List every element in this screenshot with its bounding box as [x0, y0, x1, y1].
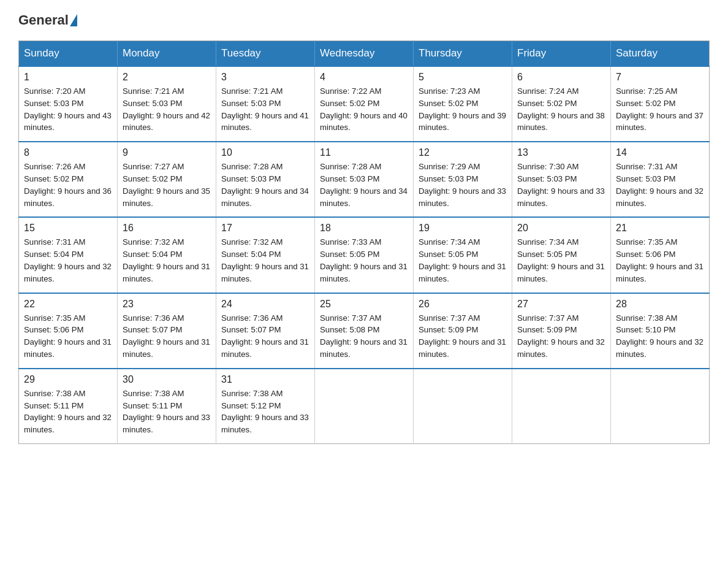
- calendar-cell: [315, 369, 414, 444]
- day-info: Sunrise: 7:37 AMSunset: 5:09 PMDaylight:…: [419, 312, 507, 361]
- day-number: 12: [419, 147, 507, 158]
- calendar-cell: 14Sunrise: 7:31 AMSunset: 5:03 PMDayligh…: [611, 142, 710, 217]
- day-info: Sunrise: 7:28 AMSunset: 5:03 PMDaylight:…: [320, 161, 408, 209]
- day-info: Sunrise: 7:32 AMSunset: 5:04 PMDaylight:…: [123, 236, 211, 285]
- day-info: Sunrise: 7:34 AMSunset: 5:05 PMDaylight:…: [517, 236, 605, 285]
- day-number: 6: [517, 72, 605, 83]
- day-info: Sunrise: 7:21 AMSunset: 5:03 PMDaylight:…: [123, 85, 211, 134]
- day-number: 24: [221, 299, 309, 310]
- day-info: Sunrise: 7:38 AMSunset: 5:10 PMDaylight:…: [616, 312, 704, 361]
- day-number: 30: [123, 374, 211, 385]
- calendar-cell: 1Sunrise: 7:20 AMSunset: 5:03 PMDaylight…: [19, 66, 118, 142]
- day-header-tuesday: Tuesday: [216, 41, 315, 67]
- day-number: 29: [24, 374, 112, 385]
- day-header-friday: Friday: [512, 41, 611, 67]
- calendar-cell: [512, 369, 611, 444]
- day-header-saturday: Saturday: [611, 41, 710, 67]
- calendar-cell: 4Sunrise: 7:22 AMSunset: 5:02 PMDaylight…: [315, 66, 414, 142]
- calendar-week-row: 1Sunrise: 7:20 AMSunset: 5:03 PMDaylight…: [19, 66, 710, 142]
- day-number: 20: [517, 223, 605, 234]
- calendar-cell: 3Sunrise: 7:21 AMSunset: 5:03 PMDaylight…: [216, 66, 315, 142]
- day-number: 15: [24, 223, 112, 234]
- calendar-cell: 7Sunrise: 7:25 AMSunset: 5:02 PMDaylight…: [611, 66, 710, 142]
- calendar-week-row: 29Sunrise: 7:38 AMSunset: 5:11 PMDayligh…: [19, 369, 710, 444]
- logo: General: [18, 12, 78, 28]
- day-info: Sunrise: 7:35 AMSunset: 5:06 PMDaylight:…: [616, 236, 704, 285]
- day-number: 26: [419, 299, 507, 310]
- calendar-cell: 9Sunrise: 7:27 AMSunset: 5:02 PMDaylight…: [118, 142, 216, 217]
- calendar-cell: 13Sunrise: 7:30 AMSunset: 5:03 PMDayligh…: [512, 142, 611, 217]
- calendar-cell: 17Sunrise: 7:32 AMSunset: 5:04 PMDayligh…: [216, 217, 315, 293]
- calendar-cell: 12Sunrise: 7:29 AMSunset: 5:03 PMDayligh…: [414, 142, 512, 217]
- day-info: Sunrise: 7:24 AMSunset: 5:02 PMDaylight:…: [517, 85, 605, 134]
- day-header-monday: Monday: [118, 41, 216, 67]
- day-info: Sunrise: 7:32 AMSunset: 5:04 PMDaylight:…: [221, 236, 309, 285]
- calendar-cell: 18Sunrise: 7:33 AMSunset: 5:05 PMDayligh…: [315, 217, 414, 293]
- day-info: Sunrise: 7:31 AMSunset: 5:04 PMDaylight:…: [24, 236, 112, 285]
- day-number: 18: [320, 223, 408, 234]
- calendar-header-row: SundayMondayTuesdayWednesdayThursdayFrid…: [19, 41, 710, 67]
- calendar-cell: 22Sunrise: 7:35 AMSunset: 5:06 PMDayligh…: [19, 293, 118, 369]
- calendar-cell: [611, 369, 710, 444]
- calendar-cell: 5Sunrise: 7:23 AMSunset: 5:02 PMDaylight…: [414, 66, 512, 142]
- day-info: Sunrise: 7:27 AMSunset: 5:02 PMDaylight:…: [123, 161, 211, 209]
- logo-general-text: General: [18, 12, 69, 28]
- calendar-table: SundayMondayTuesdayWednesdayThursdayFrid…: [18, 40, 710, 444]
- day-info: Sunrise: 7:25 AMSunset: 5:02 PMDaylight:…: [616, 85, 704, 134]
- logo-triangle-icon: [70, 14, 77, 26]
- day-number: 21: [616, 223, 704, 234]
- calendar-week-row: 22Sunrise: 7:35 AMSunset: 5:06 PMDayligh…: [19, 293, 710, 369]
- day-number: 14: [616, 147, 704, 158]
- day-info: Sunrise: 7:36 AMSunset: 5:07 PMDaylight:…: [221, 312, 309, 361]
- day-header-thursday: Thursday: [414, 41, 512, 67]
- day-number: 25: [320, 299, 408, 310]
- day-info: Sunrise: 7:38 AMSunset: 5:11 PMDaylight:…: [123, 388, 211, 436]
- day-number: 3: [221, 72, 309, 83]
- calendar-cell: 23Sunrise: 7:36 AMSunset: 5:07 PMDayligh…: [118, 293, 216, 369]
- calendar-cell: 31Sunrise: 7:38 AMSunset: 5:12 PMDayligh…: [216, 369, 315, 444]
- day-info: Sunrise: 7:33 AMSunset: 5:05 PMDaylight:…: [320, 236, 408, 285]
- calendar-cell: 21Sunrise: 7:35 AMSunset: 5:06 PMDayligh…: [611, 217, 710, 293]
- calendar-cell: 16Sunrise: 7:32 AMSunset: 5:04 PMDayligh…: [118, 217, 216, 293]
- calendar-cell: 10Sunrise: 7:28 AMSunset: 5:03 PMDayligh…: [216, 142, 315, 217]
- page-header: General: [18, 12, 710, 28]
- day-info: Sunrise: 7:28 AMSunset: 5:03 PMDaylight:…: [221, 161, 309, 209]
- day-number: 9: [123, 147, 211, 158]
- day-info: Sunrise: 7:38 AMSunset: 5:12 PMDaylight:…: [221, 388, 309, 436]
- day-info: Sunrise: 7:31 AMSunset: 5:03 PMDaylight:…: [616, 161, 704, 209]
- calendar-week-row: 8Sunrise: 7:26 AMSunset: 5:02 PMDaylight…: [19, 142, 710, 217]
- day-number: 27: [517, 299, 605, 310]
- day-number: 13: [517, 147, 605, 158]
- calendar-cell: 24Sunrise: 7:36 AMSunset: 5:07 PMDayligh…: [216, 293, 315, 369]
- day-number: 22: [24, 299, 112, 310]
- calendar-cell: 29Sunrise: 7:38 AMSunset: 5:11 PMDayligh…: [19, 369, 118, 444]
- calendar-cell: [414, 369, 512, 444]
- calendar-cell: 30Sunrise: 7:38 AMSunset: 5:11 PMDayligh…: [118, 369, 216, 444]
- day-info: Sunrise: 7:21 AMSunset: 5:03 PMDaylight:…: [221, 85, 309, 134]
- day-number: 16: [123, 223, 211, 234]
- day-number: 7: [616, 72, 704, 83]
- day-info: Sunrise: 7:22 AMSunset: 5:02 PMDaylight:…: [320, 85, 408, 134]
- calendar-cell: 15Sunrise: 7:31 AMSunset: 5:04 PMDayligh…: [19, 217, 118, 293]
- day-number: 1: [24, 72, 112, 83]
- calendar-cell: 8Sunrise: 7:26 AMSunset: 5:02 PMDaylight…: [19, 142, 118, 217]
- day-number: 5: [419, 72, 507, 83]
- day-header-sunday: Sunday: [19, 41, 118, 67]
- day-number: 17: [221, 223, 309, 234]
- day-number: 2: [123, 72, 211, 83]
- day-number: 19: [419, 223, 507, 234]
- day-info: Sunrise: 7:30 AMSunset: 5:03 PMDaylight:…: [517, 161, 605, 209]
- day-info: Sunrise: 7:37 AMSunset: 5:09 PMDaylight:…: [517, 312, 605, 361]
- calendar-cell: 2Sunrise: 7:21 AMSunset: 5:03 PMDaylight…: [118, 66, 216, 142]
- day-number: 23: [123, 299, 211, 310]
- day-info: Sunrise: 7:34 AMSunset: 5:05 PMDaylight:…: [419, 236, 507, 285]
- calendar-week-row: 15Sunrise: 7:31 AMSunset: 5:04 PMDayligh…: [19, 217, 710, 293]
- calendar-cell: 6Sunrise: 7:24 AMSunset: 5:02 PMDaylight…: [512, 66, 611, 142]
- calendar-cell: 26Sunrise: 7:37 AMSunset: 5:09 PMDayligh…: [414, 293, 512, 369]
- day-info: Sunrise: 7:23 AMSunset: 5:02 PMDaylight:…: [419, 85, 507, 134]
- day-info: Sunrise: 7:38 AMSunset: 5:11 PMDaylight:…: [24, 388, 112, 436]
- day-number: 31: [221, 374, 309, 385]
- day-info: Sunrise: 7:29 AMSunset: 5:03 PMDaylight:…: [419, 161, 507, 209]
- day-number: 8: [24, 147, 112, 158]
- day-info: Sunrise: 7:26 AMSunset: 5:02 PMDaylight:…: [24, 161, 112, 209]
